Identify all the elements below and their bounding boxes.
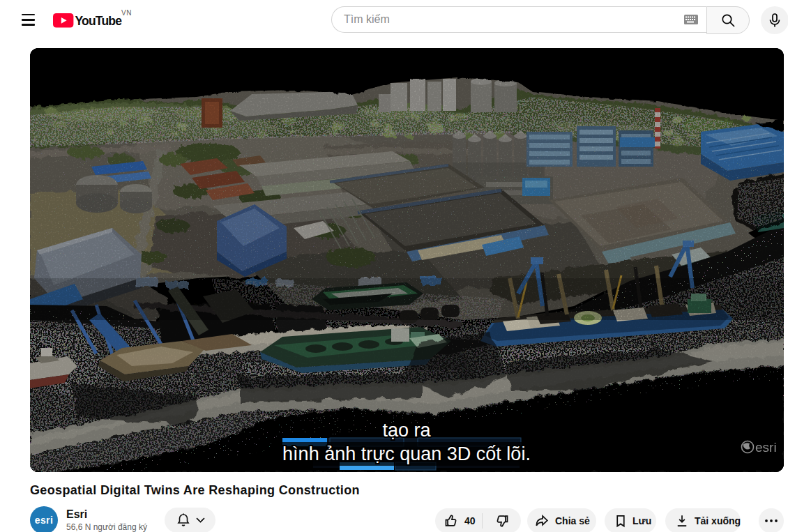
svg-text:esri: esri — [755, 440, 777, 455]
svg-text:tạo ra: tạo ra — [382, 420, 431, 441]
svg-text:hình ảnh trực quan 3D cốt lõi.: hình ảnh trực quan 3D cốt lõi. — [282, 443, 531, 464]
svg-text:YouTube: YouTube — [75, 14, 123, 28]
